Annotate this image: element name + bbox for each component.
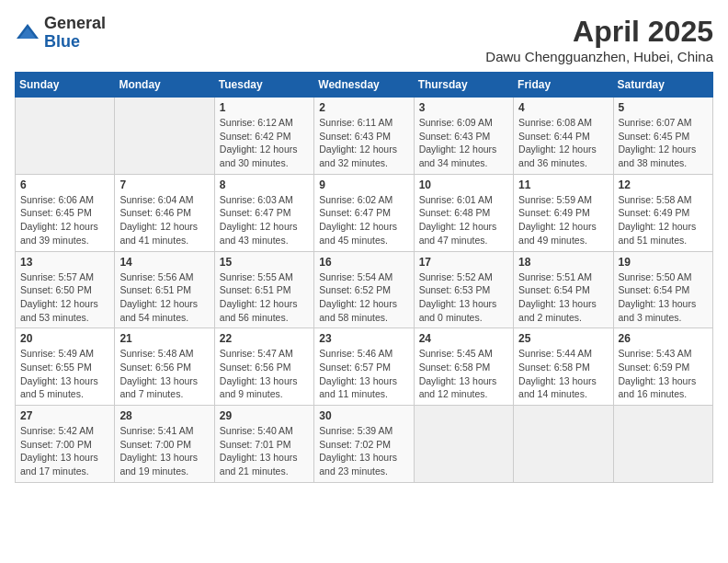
day-info: Sunrise: 5:47 AM Sunset: 6:56 PM Dayligh… [220, 347, 309, 401]
day-number: 15 [220, 256, 309, 269]
day-info: Sunrise: 5:39 AM Sunset: 7:02 PM Dayligh… [319, 424, 408, 478]
calendar-cell: 15Sunrise: 5:55 AM Sunset: 6:51 PM Dayli… [214, 251, 313, 328]
day-number: 7 [119, 178, 209, 191]
calendar-cell: 22Sunrise: 5:47 AM Sunset: 6:56 PM Dayli… [214, 328, 313, 406]
day-number: 4 [518, 101, 608, 114]
day-number: 26 [619, 332, 708, 345]
day-info: Sunrise: 6:03 AM Sunset: 6:47 PM Dayligh… [220, 193, 309, 247]
day-number: 30 [319, 409, 408, 422]
day-number: 27 [20, 409, 109, 422]
day-number: 13 [20, 256, 109, 269]
day-number: 2 [319, 101, 408, 114]
day-info: Sunrise: 5:40 AM Sunset: 7:01 PM Dayligh… [220, 424, 309, 478]
day-info: Sunrise: 6:07 AM Sunset: 6:45 PM Dayligh… [619, 116, 708, 170]
calendar-cell: 19Sunrise: 5:50 AM Sunset: 6:54 PM Dayli… [613, 251, 712, 328]
weekday-header-friday: Friday [514, 73, 613, 98]
day-info: Sunrise: 5:58 AM Sunset: 6:49 PM Dayligh… [619, 193, 708, 247]
day-number: 6 [20, 178, 109, 191]
day-info: Sunrise: 6:01 AM Sunset: 6:48 PM Dayligh… [419, 193, 508, 247]
day-number: 10 [419, 178, 508, 191]
calendar-cell: 30Sunrise: 5:39 AM Sunset: 7:02 PM Dayli… [314, 406, 414, 483]
day-number: 28 [119, 409, 209, 422]
day-info: Sunrise: 5:48 AM Sunset: 6:56 PM Dayligh… [119, 347, 209, 401]
day-number: 14 [119, 256, 209, 269]
day-number: 20 [20, 332, 109, 345]
calendar-table: SundayMondayTuesdayWednesdayThursdayFrid… [15, 72, 713, 483]
weekday-header-wednesday: Wednesday [314, 73, 414, 98]
weekday-header-tuesday: Tuesday [214, 73, 313, 98]
logo-icon [15, 20, 40, 46]
calendar-cell: 17Sunrise: 5:52 AM Sunset: 6:53 PM Dayli… [414, 251, 513, 328]
calendar-cell: 25Sunrise: 5:44 AM Sunset: 6:58 PM Dayli… [514, 328, 613, 406]
day-number: 18 [518, 256, 608, 269]
day-number: 16 [319, 256, 408, 269]
calendar-cell: 29Sunrise: 5:40 AM Sunset: 7:01 PM Dayli… [214, 406, 313, 483]
calendar-cell: 13Sunrise: 5:57 AM Sunset: 6:50 PM Dayli… [16, 251, 115, 328]
calendar-week-row: 20Sunrise: 5:49 AM Sunset: 6:55 PM Dayli… [16, 328, 713, 406]
calendar-location: Dawu Chengguanzhen, Hubei, China [485, 49, 713, 64]
day-number: 17 [419, 256, 508, 269]
page-header: General Blue April 2025 Dawu Chengguanzh… [15, 15, 713, 64]
calendar-cell: 6Sunrise: 6:06 AM Sunset: 6:45 PM Daylig… [16, 174, 115, 251]
day-number: 29 [220, 409, 309, 422]
calendar-body: 1Sunrise: 6:12 AM Sunset: 6:42 PM Daylig… [16, 98, 713, 483]
day-number: 3 [419, 101, 508, 114]
day-number: 24 [419, 332, 508, 345]
calendar-cell: 16Sunrise: 5:54 AM Sunset: 6:52 PM Dayli… [314, 251, 414, 328]
calendar-cell: 27Sunrise: 5:42 AM Sunset: 7:00 PM Dayli… [16, 406, 115, 483]
day-info: Sunrise: 6:06 AM Sunset: 6:45 PM Dayligh… [20, 193, 109, 247]
day-info: Sunrise: 5:52 AM Sunset: 6:53 PM Dayligh… [419, 270, 508, 325]
day-info: Sunrise: 5:51 AM Sunset: 6:54 PM Dayligh… [518, 270, 608, 325]
calendar-cell [613, 406, 712, 483]
title-block: April 2025 Dawu Chengguanzhen, Hubei, Ch… [485, 15, 713, 64]
calendar-cell [115, 98, 214, 175]
logo-blue-text: Blue [44, 33, 106, 52]
calendar-cell: 12Sunrise: 5:58 AM Sunset: 6:49 PM Dayli… [613, 174, 712, 251]
calendar-cell: 20Sunrise: 5:49 AM Sunset: 6:55 PM Dayli… [16, 328, 115, 406]
day-number: 21 [119, 332, 209, 345]
day-info: Sunrise: 6:08 AM Sunset: 6:44 PM Dayligh… [518, 116, 608, 170]
day-number: 5 [619, 101, 708, 114]
day-info: Sunrise: 5:41 AM Sunset: 7:00 PM Dayligh… [119, 424, 209, 478]
day-info: Sunrise: 5:44 AM Sunset: 6:58 PM Dayligh… [518, 347, 608, 401]
day-info: Sunrise: 5:57 AM Sunset: 6:50 PM Dayligh… [20, 270, 109, 325]
calendar-title: April 2025 [485, 15, 713, 49]
calendar-cell: 18Sunrise: 5:51 AM Sunset: 6:54 PM Dayli… [514, 251, 613, 328]
day-info: Sunrise: 6:04 AM Sunset: 6:46 PM Dayligh… [119, 193, 209, 247]
day-number: 22 [220, 332, 309, 345]
calendar-cell: 11Sunrise: 5:59 AM Sunset: 6:49 PM Dayli… [514, 174, 613, 251]
day-number: 9 [319, 178, 408, 191]
day-info: Sunrise: 6:11 AM Sunset: 6:43 PM Dayligh… [319, 116, 408, 170]
calendar-week-row: 13Sunrise: 5:57 AM Sunset: 6:50 PM Dayli… [16, 251, 713, 328]
calendar-cell: 23Sunrise: 5:46 AM Sunset: 6:57 PM Dayli… [314, 328, 414, 406]
day-info: Sunrise: 5:55 AM Sunset: 6:51 PM Dayligh… [220, 270, 309, 325]
day-info: Sunrise: 6:12 AM Sunset: 6:42 PM Dayligh… [220, 116, 309, 170]
logo: General Blue [15, 15, 106, 52]
calendar-cell: 28Sunrise: 5:41 AM Sunset: 7:00 PM Dayli… [115, 406, 214, 483]
calendar-cell: 7Sunrise: 6:04 AM Sunset: 6:46 PM Daylig… [115, 174, 214, 251]
calendar-header: SundayMondayTuesdayWednesdayThursdayFrid… [16, 73, 713, 98]
calendar-cell: 9Sunrise: 6:02 AM Sunset: 6:47 PM Daylig… [314, 174, 414, 251]
calendar-cell [16, 98, 115, 175]
calendar-cell: 3Sunrise: 6:09 AM Sunset: 6:43 PM Daylig… [414, 98, 513, 175]
day-info: Sunrise: 5:45 AM Sunset: 6:58 PM Dayligh… [419, 347, 508, 401]
day-info: Sunrise: 6:02 AM Sunset: 6:47 PM Dayligh… [319, 193, 408, 247]
day-info: Sunrise: 5:46 AM Sunset: 6:57 PM Dayligh… [319, 347, 408, 401]
calendar-cell: 1Sunrise: 6:12 AM Sunset: 6:42 PM Daylig… [214, 98, 313, 175]
calendar-cell: 10Sunrise: 6:01 AM Sunset: 6:48 PM Dayli… [414, 174, 513, 251]
calendar-week-row: 27Sunrise: 5:42 AM Sunset: 7:00 PM Dayli… [16, 406, 713, 483]
logo-general-text: General [44, 15, 106, 33]
calendar-cell [514, 406, 613, 483]
calendar-cell: 8Sunrise: 6:03 AM Sunset: 6:47 PM Daylig… [214, 174, 313, 251]
day-number: 12 [619, 178, 708, 191]
day-info: Sunrise: 5:54 AM Sunset: 6:52 PM Dayligh… [319, 270, 408, 325]
logo-text: General Blue [44, 15, 106, 52]
weekday-header-monday: Monday [115, 73, 214, 98]
day-info: Sunrise: 5:49 AM Sunset: 6:55 PM Dayligh… [20, 347, 109, 401]
weekday-header-sunday: Sunday [16, 73, 115, 98]
day-info: Sunrise: 5:50 AM Sunset: 6:54 PM Dayligh… [619, 270, 708, 325]
calendar-cell: 26Sunrise: 5:43 AM Sunset: 6:59 PM Dayli… [613, 328, 712, 406]
day-info: Sunrise: 5:42 AM Sunset: 7:00 PM Dayligh… [20, 424, 109, 478]
day-number: 11 [518, 178, 608, 191]
day-info: Sunrise: 6:09 AM Sunset: 6:43 PM Dayligh… [419, 116, 508, 170]
